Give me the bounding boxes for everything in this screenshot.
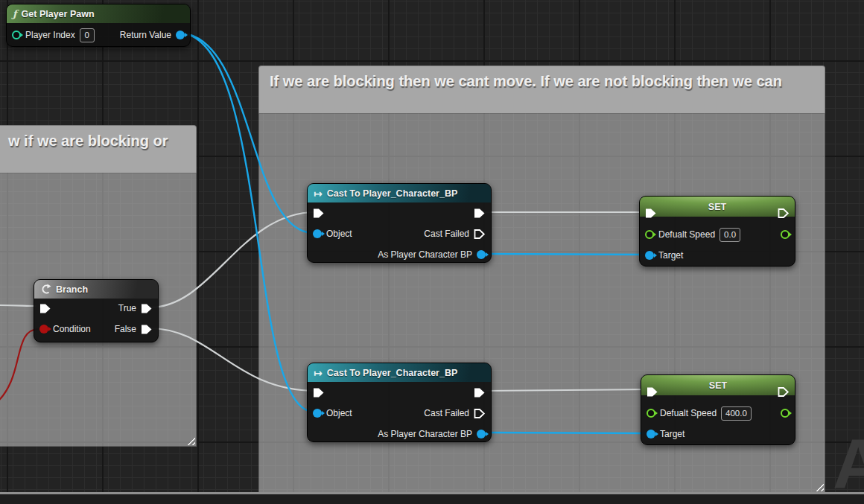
cast-top-title: Cast To Player_Character_BP: [327, 188, 458, 199]
condition-label: Condition: [53, 324, 91, 334]
cast-top-exec-out-pin[interactable]: [474, 208, 486, 219]
set-node-top[interactable]: SET Defualt Speed 0.0: [639, 196, 795, 267]
cast-node-top[interactable]: ↦ Cast To Player_Character_BP Object Cas…: [307, 183, 492, 263]
set-bottom-exec-in-pin[interactable]: [647, 386, 658, 398]
condition-pin[interactable]: [39, 325, 48, 334]
cast-bottom-as-pin[interactable]: [477, 430, 486, 438]
set-bottom-speed-in-pin[interactable]: [647, 409, 655, 418]
cast-bottom-failed-pin[interactable]: [474, 408, 486, 419]
branch-node[interactable]: Branch True Condition False: [34, 279, 159, 342]
bottom-panel-strip: [0, 494, 864, 504]
comment-left-text: w if we are blocking or: [8, 133, 168, 149]
player-index-pin[interactable]: [12, 31, 21, 39]
cast-top-failed-label: Cast Failed: [424, 229, 469, 239]
cast-bottom-failed-label: Cast Failed: [424, 408, 469, 418]
set-top-target-label: Target: [658, 250, 683, 261]
false-label: False: [115, 324, 136, 334]
set-bottom-exec-out-pin[interactable]: [778, 386, 790, 398]
set-top-speed-in-pin[interactable]: [645, 230, 654, 239]
comment-main-text: If we are blocking then we cant move. If…: [270, 73, 782, 89]
function-icon: ƒ: [13, 8, 17, 19]
set-top-speed-value[interactable]: 0.0: [720, 228, 740, 242]
cast-bottom-header: ↦ Cast To Player_Character_BP: [308, 363, 491, 382]
cast-top-object-pin[interactable]: [313, 229, 322, 238]
cast-bottom-object-label: Object: [326, 408, 352, 418]
branch-exec-in-pin[interactable]: [39, 303, 51, 314]
cast-icon: ↦: [314, 188, 323, 200]
cast-top-object-label: Object: [326, 229, 352, 239]
false-exec-pin[interactable]: [141, 324, 153, 335]
cast-bottom-object-pin[interactable]: [313, 409, 322, 418]
cast-node-bottom[interactable]: ↦ Cast To Player_Character_BP Object Cas…: [307, 363, 492, 442]
graph-watermark: A: [833, 430, 864, 497]
get-player-pawn-title: Get Player Pawn: [22, 9, 95, 19]
set-bottom-speed-label: Defualt Speed: [660, 408, 717, 418]
cast-bottom-exec-in-pin[interactable]: [313, 387, 325, 398]
set-top-target-pin[interactable]: [645, 251, 654, 260]
branch-title: Branch: [56, 284, 88, 295]
cast-top-exec-in-pin[interactable]: [313, 208, 325, 219]
set-top-exec-out-pin[interactable]: [778, 208, 790, 219]
cast-bottom-as-label: As Player Character BP: [378, 429, 472, 439]
true-exec-pin[interactable]: [141, 303, 153, 314]
set-bottom-target-pin[interactable]: [647, 430, 655, 438]
return-value-pin[interactable]: [176, 31, 185, 39]
true-label: True: [118, 303, 136, 313]
cast-top-as-label: As Player Character BP: [378, 249, 472, 260]
player-index-value[interactable]: 0: [80, 28, 95, 42]
set-bottom-speed-value[interactable]: 400.0: [721, 406, 752, 421]
set-top-exec-in-pin[interactable]: [645, 208, 657, 219]
cast-bottom-exec-out-pin[interactable]: [474, 387, 486, 398]
return-value-label: Return Value: [120, 30, 171, 40]
set-node-bottom[interactable]: SET Defualt Speed 400.0: [641, 374, 795, 445]
branch-header: Branch: [34, 280, 158, 299]
cast-top-as-pin[interactable]: [477, 250, 486, 259]
set-top-speed-out-pin[interactable]: [781, 230, 790, 239]
comment-main-header[interactable]: If we are blocking then we cant move. If…: [258, 66, 825, 113]
comment-left-header[interactable]: w if we are blocking or: [0, 125, 197, 173]
set-top-speed-label: Defualt Speed: [658, 229, 715, 240]
set-bottom-speed-out-pin[interactable]: [781, 409, 790, 418]
cast-icon: ↦: [314, 367, 323, 379]
cast-bottom-title: Cast To Player_Character_BP: [327, 368, 458, 378]
player-index-label: Player Index: [25, 30, 75, 40]
get-player-pawn-header: ƒ Get Player Pawn: [7, 4, 190, 23]
set-bottom-target-label: Target: [660, 429, 684, 439]
get-player-pawn-node[interactable]: ƒ Get Player Pawn Player Index 0 Return …: [6, 4, 191, 47]
blueprint-graph[interactable]: w if we are blocking or If we are blocki…: [0, 0, 864, 504]
branch-icon: [40, 284, 51, 295]
cast-top-header: ↦ Cast To Player_Character_BP: [308, 184, 491, 202]
cast-top-failed-pin[interactable]: [474, 229, 486, 240]
